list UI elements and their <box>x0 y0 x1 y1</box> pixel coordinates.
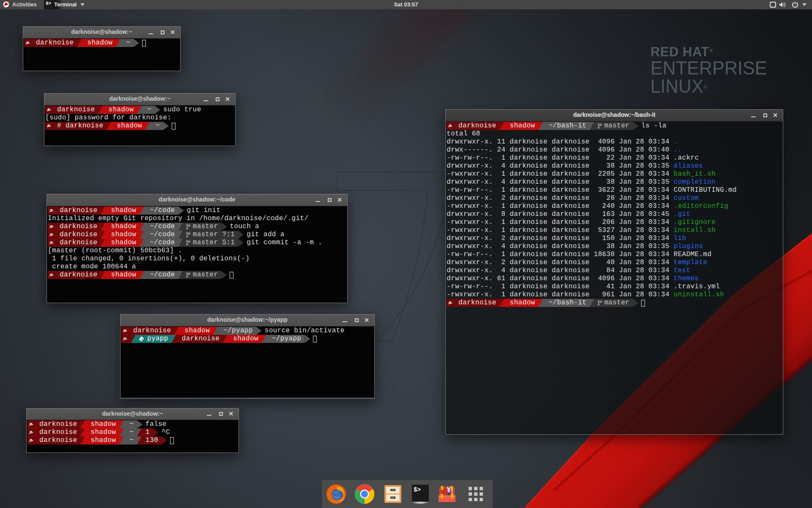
svg-text:$>: $> <box>414 486 421 493</box>
